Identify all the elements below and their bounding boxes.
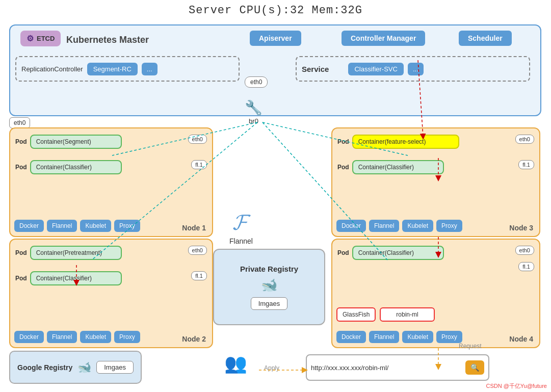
node1-fl1: fl.1 [191,160,207,169]
node1-container-segment: Container(Segment) [30,135,122,149]
node1-docker: Docker [14,220,44,232]
private-registry-docker-icon: 🐋 [261,277,277,293]
node1-kubelet: Kubelet [80,220,111,232]
node4-eth0: eth0 [515,246,534,255]
node2-pod2-label: Pod [15,275,27,282]
node1-box: Pod Container(Segment) eth0 Pod Containe… [9,127,213,237]
node4-box: Pod Container(Classifier) eth0 fl.1 Glas… [331,239,540,348]
node3-proxy: Proxy [436,220,462,232]
flannel-label: Flannel [229,237,253,245]
node3-bottom-bar: Docker Flannel Kubelet Proxy [336,220,462,232]
node4-robinml: robin-ml [380,307,434,322]
node4-docker: Docker [336,331,366,343]
node2-box: Pod Container(Pretreatment) eth0 Pod Con… [9,239,213,348]
request-label: Request [459,343,482,350]
replication-controller-row: ReplicationController Segment-RC ... [15,56,240,82]
google-registry-label: Google Registry [17,363,72,372]
node4-glassfish-row: GlassFish robin-ml [336,307,435,322]
svc-dots: ... [408,63,424,75]
node2-fl1: fl.1 [191,271,207,280]
node3-fl1: fl.1 [518,160,534,169]
node4-label: Node 4 [509,335,533,343]
node2-pod1-label: Pod [15,249,27,256]
br0-label: br0 [249,117,258,125]
users-icon: 👥 [224,353,247,374]
node2-bottom-bar: Docker Flannel Kubelet Proxy [14,331,140,343]
service-row: Service Classifier-SVC ... [296,56,530,82]
apiserver-button[interactable]: Apiserver [250,31,301,46]
node1-bottom-bar: Docker Flannel Kubelet Proxy [14,220,140,232]
apply-label: Apply [264,364,279,372]
node1-pod2-label: Pod [15,164,27,171]
node1-pod1-row: Pod Container(Segment) [15,135,122,149]
node4-flannel: Flannel [369,331,399,343]
node2-flannel: Flannel [47,331,77,343]
url-box: http://xxx.xxx.xxx/robin-ml/ 🔍 [306,354,489,381]
node1-eth0: eth0 [188,135,207,144]
node3-pod2-label: Pod [337,164,349,171]
flannel-area: 𝓕 Flannel [229,209,253,245]
node4-pod1-row: Pod Container(Classifier) [337,246,444,260]
node1-container-classifier: Container(Classifier) [30,160,122,174]
classifier-svc-button[interactable]: Classifier-SVC [348,63,404,75]
private-registry-imgaes: Imgaes [251,297,288,310]
node3-container-feature-select: Container(feature-select) [352,135,459,149]
node1-label: Node 1 [182,224,206,232]
rc-dots: ... [142,63,158,75]
node3-eth0: eth0 [515,135,534,144]
google-registry-imgaes: Imgaes [96,361,134,374]
node1-proxy: Proxy [114,220,140,232]
url-text: http://xxx.xxx.xxx/robin-ml/ [311,364,462,372]
node4-fl1: fl.1 [518,262,534,271]
br0-area: 🔧 br0 [245,99,263,125]
node4-pod1-label: Pod [337,249,349,256]
main-container: Server CPU(s):32 Mem:32G ⚙ ETCD Kubernet… [0,0,551,392]
eth0-master-badge: eth0 [245,76,268,88]
router-icon: 🔧 [245,99,263,116]
node3-pod1-label: Pod [337,138,349,145]
node3-label: Node 3 [509,224,533,232]
node4-glassfish: GlassFish [336,307,376,322]
node3-pod1-row: Pod Container(feature-select) [337,135,459,149]
etcd-label: ETCD [37,35,55,42]
search-button[interactable]: 🔍 [465,360,484,375]
node2-container-pretreatment: Container(Pretreatment) [30,246,122,260]
service-label: Service [302,65,329,73]
node1-pod2-row: Pod Container(Classifier) [15,160,122,174]
private-registry: Private Registry 🐋 Imgaes [213,249,325,325]
node2-label: Node 2 [182,335,206,343]
node3-box: Pod Container(feature-select) eth0 Pod C… [331,127,540,237]
eth0-left-badge: eth0 [9,117,30,128]
node2-container-classifier: Container(Classifier) [30,271,122,285]
google-registry-docker-icon: 🐋 [77,361,91,374]
rc-label: ReplicationController [21,65,83,73]
node1-flannel: Flannel [47,220,77,232]
rc-segment-button[interactable]: Segment-RC [87,63,138,75]
node2-pod2-row: Pod Container(Classifier) [15,271,122,285]
node2-docker: Docker [14,331,44,343]
node1-pod1-label: Pod [15,138,27,145]
google-registry: Google Registry 🐋 Imgaes [9,351,142,384]
node2-pod1-row: Pod Container(Pretreatment) [15,246,122,260]
master-section: ⚙ ETCD Kubernetes Master Apiserver Contr… [9,24,541,116]
master-label: Kubernetes Master [66,35,149,45]
node4-proxy: Proxy [436,331,462,343]
node3-container-classifier: Container(Classifier) [352,160,444,174]
node3-kubelet: Kubelet [402,220,433,232]
node3-docker: Docker [336,220,366,232]
node2-proxy: Proxy [114,331,140,343]
node3-flannel: Flannel [369,220,399,232]
gear-icon: ⚙ [27,34,34,43]
node4-container-classifier: Container(Classifier) [352,246,444,260]
private-registry-label: Private Registry [240,265,298,273]
etcd-box: ⚙ ETCD [20,31,61,46]
watermark: CSDN @千亿Yu@future [486,382,547,390]
controller-manager-button[interactable]: Controller Manager [342,31,425,46]
node2-kubelet: Kubelet [80,331,111,343]
node3-pod2-row: Pod Container(Classifier) [337,160,444,174]
page-title: Server CPU(s):32 Mem:32G [0,0,551,19]
users-area: 👥 [224,353,247,374]
flannel-logo: 𝓕 [233,209,249,235]
scheduler-button[interactable]: Scheduler [459,31,512,46]
node4-bottom-bar: Docker Flannel Kubelet Proxy [336,331,462,343]
